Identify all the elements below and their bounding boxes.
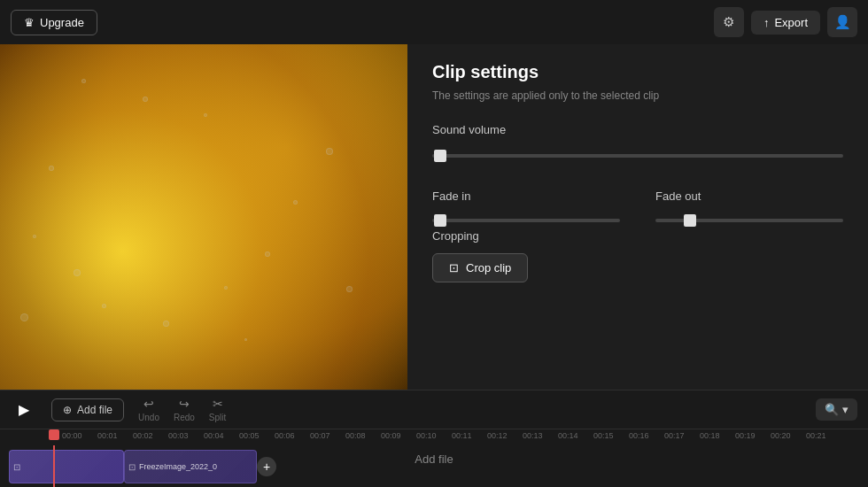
top-right-icons: ⚙ ↑ Export 👤 [714, 7, 857, 37]
fade-in-slider-container[interactable] [432, 212, 620, 229]
add-file-icon: ⊕ [63, 404, 72, 416]
bubble [265, 251, 270, 257]
bubble [346, 286, 353, 292]
ruler-mark: 00:06 [275, 431, 295, 440]
bubble [244, 338, 247, 341]
sound-volume-thumb[interactable] [434, 150, 446, 162]
video-preview [0, 44, 407, 390]
split-label: Split [209, 413, 226, 422]
undo-icon: ↩ [143, 397, 154, 411]
add-clip-button[interactable]: + [257, 457, 276, 476]
fade-in-track [432, 219, 620, 222]
fade-in-group: Fade in [432, 189, 620, 229]
user-button[interactable]: 👤 [827, 7, 857, 37]
settings-icon: ⚙ [723, 14, 734, 30]
sound-volume-label: Sound volume [432, 123, 843, 136]
ruler-mark: 00:11 [452, 431, 472, 440]
ruler-mark: 00:16 [629, 431, 649, 440]
panel-title: Clip settings [432, 62, 843, 82]
clip-2-icon: ⊡ [125, 462, 139, 472]
clip-1-icon: ⊡ [10, 462, 24, 472]
undo-button[interactable]: ↩ Undo [138, 397, 159, 422]
split-icon: ✂ [213, 397, 223, 411]
ruler-mark: 00:13 [523, 431, 543, 440]
timeline-tracks: ⊡ ⊡ FreezeImage_2022_0 + Add file [0, 445, 868, 487]
undo-label: Undo [138, 413, 159, 422]
crop-clip-button[interactable]: ⊡ Crop clip [432, 253, 528, 282]
user-icon: 👤 [834, 14, 851, 30]
ruler-marks: 00:00 00:01 00:02 00:03 00:04 00:05 00:0… [9, 429, 868, 445]
cropping-label: Cropping [432, 229, 843, 243]
ruler-mark: 00:03 [168, 431, 189, 440]
zoom-button[interactable]: 🔍 ▾ [816, 398, 857, 421]
add-file-label: Add file [77, 404, 112, 416]
fade-in-label: Fade in [432, 189, 620, 203]
ruler-mark: 00:04 [204, 431, 224, 440]
upgrade-button[interactable]: ♛ Upgrade [11, 10, 97, 35]
clip-2-label: FreezeImage_2022_0 [139, 462, 217, 471]
clip-1[interactable]: ⊡ [9, 450, 124, 483]
ruler-mark: 00:10 [416, 431, 437, 440]
playhead-marker [49, 429, 59, 440]
export-button[interactable]: ↑ Export [751, 11, 820, 35]
video-frame [0, 44, 407, 390]
bubble [326, 148, 333, 155]
clip-2[interactable]: ⊡ FreezeImage_2022_0 [124, 450, 257, 483]
ruler-mark: 00:09 [381, 431, 401, 440]
ruler-mark: 00:19 [735, 431, 756, 440]
timeline-toolbar: ▶ ⊕ Add file ↩ Undo ↪ Redo ✂ Split 🔍 ▾ [0, 390, 868, 429]
settings-button[interactable]: ⚙ [714, 7, 744, 37]
bubble [163, 321, 169, 327]
fade-out-thumb[interactable] [684, 214, 696, 227]
sound-volume-section: Sound volume [432, 123, 843, 165]
ruler-mark: 00:21 [806, 431, 826, 440]
bubble [204, 113, 207, 117]
fade-out-track [655, 219, 843, 222]
bubble [293, 200, 298, 205]
top-bar: ♛ Upgrade ⚙ ↑ Export 👤 [0, 0, 868, 44]
play-button[interactable]: ▶ [11, 397, 37, 423]
zoom-chevron: ▾ [842, 403, 849, 416]
crop-icon: ⊡ [449, 261, 459, 274]
timeline-area: ▶ ⊕ Add file ↩ Undo ↪ Redo ✂ Split 🔍 ▾ [0, 390, 868, 487]
settings-subtitle: The settings are applied only to the sel… [432, 89, 843, 102]
bubble [102, 304, 106, 308]
upgrade-icon: ♛ [24, 16, 35, 29]
crop-btn-label: Crop clip [466, 261, 511, 274]
add-file-button[interactable]: ⊕ Add file [51, 398, 124, 421]
bubble [74, 269, 81, 276]
clip-settings-panel: Clip settings The settings are applied o… [407, 44, 868, 390]
ruler-mark: 00:17 [664, 431, 685, 440]
ruler-mark: 00:15 [593, 431, 614, 440]
redo-button[interactable]: ↪ Redo [174, 397, 195, 422]
export-label: Export [774, 16, 808, 29]
ruler-mark: 00:07 [310, 431, 330, 440]
export-upload-icon: ↑ [763, 16, 770, 29]
split-button[interactable]: ✂ Split [209, 397, 226, 422]
ruler-mark: 00:12 [487, 431, 508, 440]
redo-icon: ↪ [179, 397, 190, 411]
fade-out-label: Fade out [655, 189, 843, 203]
fade-out-slider-container[interactable] [655, 212, 843, 229]
upgrade-label: Upgrade [40, 16, 84, 29]
ruler-mark: 00:08 [345, 431, 366, 440]
bubble [224, 286, 228, 290]
redo-label: Redo [174, 413, 195, 422]
timeline-ruler: 00:00 00:01 00:02 00:03 00:04 00:05 00:0… [0, 429, 868, 445]
fade-out-group: Fade out [655, 189, 843, 229]
bubble [49, 166, 54, 171]
bubble [20, 313, 28, 321]
cropping-section: Cropping ⊡ Crop clip [432, 229, 843, 282]
ruler-mark: 00:02 [133, 431, 153, 440]
bubble [33, 235, 36, 238]
bubble [81, 79, 86, 83]
sound-volume-slider-container[interactable] [432, 147, 843, 165]
playhead [53, 445, 55, 487]
add-file-track-label: Add file [415, 452, 453, 466]
zoom-icon: 🔍 [825, 403, 839, 416]
ruler-mark: 00:00 [62, 431, 82, 440]
timeline-right: 🔍 ▾ [816, 398, 857, 421]
ruler-mark: 00:05 [239, 431, 260, 440]
bubble [143, 97, 148, 102]
fade-in-thumb[interactable] [434, 214, 446, 227]
